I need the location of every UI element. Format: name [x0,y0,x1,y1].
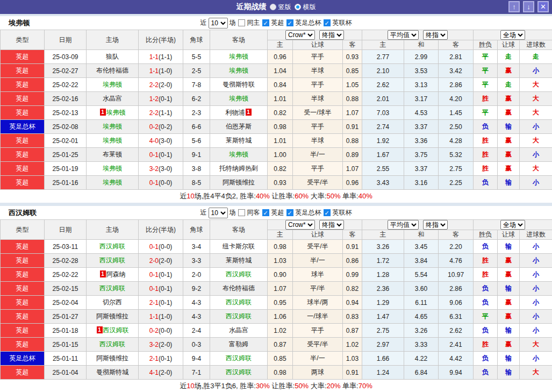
away-team: 西汉姆联 [210,366,268,380]
handicap-away-odds: 1.07 [343,106,362,120]
final-odds-select[interactable]: 终指 [319,220,344,230]
match-date: 25-01-18 [45,324,87,338]
result-outcome: 负 [474,296,498,310]
handicap-home-odds: 0.90 [268,268,293,282]
average-odds-select[interactable]: 平均值 [388,30,419,40]
result-outcome: 胜 [474,134,498,148]
scroll-up-button[interactable]: ↑ [508,1,520,12]
radio-vertical-icon[interactable] [270,4,276,10]
draw-odds: 4.65 [404,310,439,324]
league-badge: 英超 [1,310,44,323]
home-team: 埃弗顿 [87,162,139,176]
final-odds-select-2[interactable]: 终指 [423,30,448,40]
halftime-score: (0-1) [159,95,172,103]
summary-value: 70% [359,382,372,390]
match-date: 25-01-04 [45,366,87,380]
league-checkbox-0[interactable]: ✓ [262,19,269,26]
corner-score: 5-6 [183,134,210,148]
result-outcome: 负 [474,324,498,338]
same-venue-checkbox[interactable] [238,209,245,216]
away-team: 西汉姆联 [210,268,268,282]
away-team-name: 埃弗顿 [229,67,248,74]
odds-company-select[interactable]: Crow* [285,220,315,230]
league-badge: 英足总杯 [1,120,44,133]
column-header-corner: 角球 [183,30,210,50]
draw-odds: 3.36 [404,134,439,148]
layout-radio-vertical[interactable]: 竖版 [270,3,291,12]
league-checkbox-2[interactable]: ✓ [324,209,331,216]
result-outcome: 平 [474,310,498,324]
handicap-away-odds: 1.07 [343,162,362,176]
corner-score: 0-3 [183,338,210,352]
match-date: 25-01-11 [45,352,87,366]
halftime-score: (0-2) [159,123,172,131]
handicap-line: 半球 [293,134,343,148]
layout-radio-horizontal[interactable]: 横版 [295,3,316,12]
home-team: 1埃弗顿 [87,106,139,120]
column-header-r_handicap: 让球 [498,40,520,50]
handicap-line: 平手 [293,162,343,176]
table-row: 英超25-01-15西汉姆联3-2(2-0)0-3富勒姆0.87受平/半1.02… [1,338,552,352]
fulltime-score: 0-1 [149,179,159,187]
close-button[interactable]: ✕ [537,1,549,12]
handicap-home-odds: 1.02 [268,324,293,338]
average-odds-select[interactable]: 平均值 [388,220,419,230]
home-team-name: 阿森纳 [106,270,126,278]
goals-outcome: 小 [520,268,552,282]
scroll-down-button[interactable]: ↓ [523,1,534,12]
league-type-cell: 英超 [1,134,45,148]
league-type-cell: 英超 [1,78,45,92]
fulltime-select[interactable]: 全场 [500,220,525,230]
handicap-outcome: 输 [498,176,520,190]
league-checkbox-1[interactable]: ✓ [286,209,293,216]
handicap-away-odds: 0.88 [343,92,362,106]
fulltime-select[interactable]: 全场 [500,30,525,40]
match-count-select[interactable]: 10 [209,18,228,28]
final-odds-select[interactable]: 终指 [319,30,344,40]
handicap-line: 受平/半 [293,176,343,190]
goals-outcome: 小 [520,120,552,134]
summary-value: 60% [295,192,309,200]
league-checkbox-1[interactable]: ✓ [286,19,293,26]
final-odds-select-2[interactable]: 终指 [423,220,448,230]
handicap-line: 球半 [293,268,343,282]
summary-value: 40% [256,192,270,200]
handicap-outcome: 输 [498,324,520,338]
draw-odds: 3.26 [404,324,439,338]
table-row: 英超25-03-11西汉姆联0-1(0-0)3-4纽卡斯尔联0.98受平/半0.… [1,240,552,254]
league-type-cell: 英超 [1,92,45,106]
column-header-e_home: 主 [362,230,404,240]
odds-company-select[interactable]: Crow* [285,30,315,40]
handicap-home-odds: 1.06 [268,310,293,324]
away-win-odds: 4.28 [439,134,474,148]
away-team: 埃弗顿 [210,148,268,162]
halftime-score: (2-0) [159,369,172,376]
home-team-name: 西汉姆联 [99,243,125,250]
corner-score: 3-3 [183,254,210,268]
away-team-name: 西汉姆联 [226,270,252,278]
handicap-away-odds: 1.02 [343,338,362,352]
match-count-select[interactable]: 10 [209,208,228,218]
handicap-outcome: 走 [498,78,520,92]
home-win-odds: 7.03 [362,106,404,120]
away-team: 埃弗顿 [210,64,268,78]
league-checkbox-2[interactable]: ✓ [324,19,331,26]
match-date: 25-02-13 [45,106,87,120]
team-section-everton: 埃弗顿近10场同主✓英超✓英足总杯✓英联杯类型日期主场比分(半场)角球客场Cro… [0,16,552,203]
corner-score: 4-3 [183,310,210,324]
home-win-odds: 1.66 [362,352,404,366]
halftime-score: (0-0) [159,179,172,187]
radio-horizontal-icon[interactable] [295,4,301,10]
column-header-e_draw: 和 [404,40,439,50]
radio-vertical-label: 竖版 [278,3,291,12]
match-score: 1-1(1-0) [139,64,183,78]
column-header-h_line: 让球 [293,230,343,240]
goals-outcome: 小 [520,254,552,268]
handicap-dropdowns: Crow*终指 [268,30,362,40]
draw-odds: 3.45 [404,240,439,254]
same-venue-checkbox[interactable] [238,19,245,26]
handicap-away-odds: 0.91 [343,240,362,254]
handicap-outcome: 赢 [498,296,520,310]
handicap-away-odds: 1.03 [343,352,362,366]
league-checkbox-0[interactable]: ✓ [262,209,269,216]
